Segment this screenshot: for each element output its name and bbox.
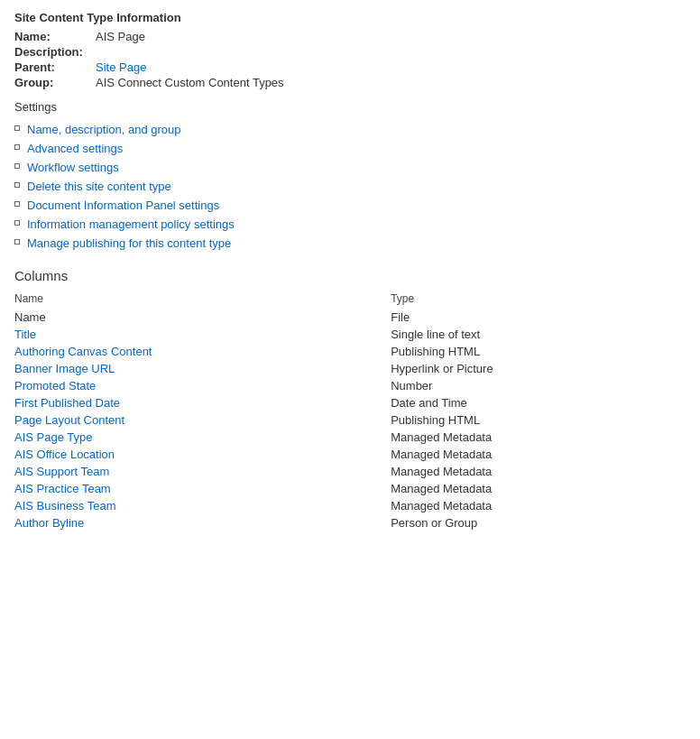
col-name-cell: Banner Image URL — [14, 360, 383, 377]
columns-title: Columns — [14, 268, 686, 283]
parent-value: Site Page — [96, 60, 146, 74]
column-name-link[interactable]: AIS Business Team — [14, 499, 115, 513]
table-row: AIS Practice TeamManaged Metadata — [14, 480, 686, 497]
col-type-cell: Managed Metadata — [383, 497, 686, 514]
column-name-link[interactable]: Page Layout Content — [14, 413, 124, 427]
column-name-link[interactable]: AIS Practice Team — [14, 482, 111, 495]
column-name-link[interactable]: Author Byline — [14, 516, 84, 530]
link-advanced-settings[interactable]: Advanced settings — [27, 142, 123, 155]
info-row-group: Group: AIS Connect Custom Content Types — [14, 76, 686, 89]
group-label: Group: — [14, 76, 96, 89]
column-name-link[interactable]: Promoted State — [14, 379, 96, 393]
table-row: Promoted StateNumber — [14, 377, 686, 394]
col-name-cell: Name — [14, 309, 383, 326]
column-name-link[interactable]: Authoring Canvas Content — [14, 345, 152, 358]
link-document-info-panel[interactable]: Document Information Panel settings — [27, 199, 219, 212]
col-name-cell: AIS Business Team — [14, 497, 383, 514]
column-name-link[interactable]: Title — [14, 328, 36, 341]
description-label: Description: — [14, 45, 96, 59]
group-value: AIS Connect Custom Content Types — [96, 76, 284, 89]
columns-header-row: Name Type — [14, 291, 686, 309]
col-type-cell: Publishing HTML — [383, 343, 686, 360]
table-row: First Published DateDate and Time — [14, 394, 686, 411]
link-delete-content-type[interactable]: Delete this site content type — [27, 180, 171, 193]
col-name-cell: Promoted State — [14, 377, 383, 394]
link-manage-publishing[interactable]: Manage publishing for this content type — [27, 236, 231, 250]
name-label: Name: — [14, 30, 96, 43]
col-name-cell: Authoring Canvas Content — [14, 343, 383, 360]
col-type-cell: Hyperlink or Picture — [383, 360, 686, 377]
col-name-cell: AIS Practice Team — [14, 480, 383, 497]
section-title: Site Content Type Information — [14, 11, 686, 24]
settings-link-item-delete: Delete this site content type — [14, 180, 686, 193]
columns-table: Name Type NameFileTitleSingle line of te… — [14, 291, 686, 531]
col-type-cell: Managed Metadata — [383, 463, 686, 480]
bullet-icon-delete — [14, 182, 20, 188]
bullet-icon-doc-info — [14, 201, 20, 207]
col-type-cell: Person or Group — [383, 514, 686, 531]
column-name-link[interactable]: AIS Support Team — [14, 465, 109, 478]
info-row-parent: Parent: Site Page — [14, 60, 686, 74]
col-type-cell: Managed Metadata — [383, 429, 686, 446]
parent-label: Parent: — [14, 60, 96, 74]
col-name-cell: Title — [14, 326, 383, 343]
column-header-name: Name — [14, 291, 383, 309]
table-row: NameFile — [14, 309, 686, 326]
table-row: AIS Page TypeManaged Metadata — [14, 429, 686, 446]
info-row-name: Name: AIS Page — [14, 30, 686, 43]
column-name-link[interactable]: AIS Page Type — [14, 430, 93, 444]
col-name-cell: AIS Support Team — [14, 463, 383, 480]
table-row: AIS Business TeamManaged Metadata — [14, 497, 686, 514]
bullet-icon-name-desc-group — [14, 125, 20, 131]
bullet-icon-workflow — [14, 163, 20, 169]
col-type-cell: Managed Metadata — [383, 446, 686, 463]
column-name-link[interactable]: AIS Office Location — [14, 448, 115, 461]
parent-link[interactable]: Site Page — [96, 60, 146, 74]
col-name-cell: AIS Page Type — [14, 429, 383, 446]
name-value: AIS Page — [96, 30, 145, 43]
bullet-icon-info-mgmt — [14, 220, 20, 226]
col-name-cell: First Published Date — [14, 394, 383, 411]
col-type-cell: Single line of text — [383, 326, 686, 343]
col-type-cell: Publishing HTML — [383, 411, 686, 429]
col-type-cell: Date and Time — [383, 394, 686, 411]
settings-link-item-doc-info: Document Information Panel settings — [14, 199, 686, 212]
bullet-icon-advanced — [14, 144, 20, 150]
settings-link-item-name-desc-group: Name, description, and group — [14, 123, 686, 136]
table-row: Author BylinePerson or Group — [14, 514, 686, 531]
column-name-link[interactable]: First Published Date — [14, 396, 120, 410]
col-name-cell: AIS Office Location — [14, 446, 383, 463]
table-row: Banner Image URLHyperlink or Picture — [14, 360, 686, 377]
table-row: AIS Support TeamManaged Metadata — [14, 463, 686, 480]
settings-link-item-info-mgmt: Information management policy settings — [14, 217, 686, 231]
settings-link-item-advanced: Advanced settings — [14, 142, 686, 155]
settings-link-item-manage-publishing: Manage publishing for this content type — [14, 236, 686, 250]
link-workflow-settings[interactable]: Workflow settings — [27, 161, 119, 174]
bullet-icon-manage-publishing — [14, 239, 20, 245]
site-content-type-info: Site Content Type Information Name: AIS … — [14, 11, 686, 250]
info-table: Name: AIS Page Description: Parent: Site… — [14, 30, 686, 89]
col-type-cell: File — [383, 309, 686, 326]
columns-section: Columns Name Type NameFileTitleSingle li… — [14, 268, 686, 531]
table-row: Page Layout ContentPublishing HTML — [14, 411, 686, 429]
col-type-cell: Managed Metadata — [383, 480, 686, 497]
column-name-link[interactable]: Banner Image URL — [14, 362, 115, 375]
table-row: Authoring Canvas ContentPublishing HTML — [14, 343, 686, 360]
settings-links: Name, description, and group Advanced se… — [14, 123, 686, 250]
col-type-cell: Number — [383, 377, 686, 394]
col-name-cell: Page Layout Content — [14, 411, 383, 429]
table-row: AIS Office LocationManaged Metadata — [14, 446, 686, 463]
settings-label: Settings — [14, 100, 686, 114]
settings-link-item-workflow: Workflow settings — [14, 161, 686, 174]
info-row-description: Description: — [14, 45, 686, 59]
col-name-cell: Author Byline — [14, 514, 383, 531]
column-header-type: Type — [383, 291, 686, 309]
link-info-management-policy[interactable]: Information management policy settings — [27, 217, 235, 231]
link-name-desc-group[interactable]: Name, description, and group — [27, 123, 181, 136]
table-row: TitleSingle line of text — [14, 326, 686, 343]
